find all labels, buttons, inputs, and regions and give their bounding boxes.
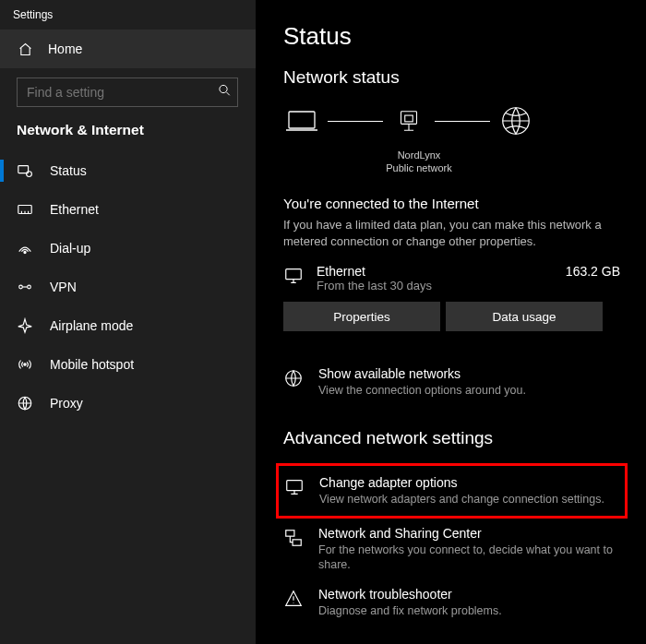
- button-row: Properties Data usage: [283, 302, 624, 331]
- sidebar-item-hotspot[interactable]: Mobile hotspot: [0, 345, 256, 384]
- ethernet-icon: [17, 201, 33, 218]
- vpn-icon: [17, 279, 33, 295]
- show-networks-link[interactable]: Show available networks View the connect…: [283, 359, 624, 405]
- link-desc: Diagnose and fix network problems.: [318, 603, 502, 618]
- adapter-name: NordLynx: [350, 149, 488, 161]
- link-title: Change adapter options: [319, 475, 604, 490]
- connected-title: You're connected to the Internet: [283, 196, 624, 211]
- connector-line: [435, 121, 490, 122]
- network-status-heading: Network status: [283, 67, 624, 88]
- link-desc: View the connection options around you.: [318, 383, 526, 398]
- nav-label: Proxy: [50, 396, 83, 411]
- connector-line: [328, 121, 383, 122]
- settings-window: Settings Home Network & Internet Status: [0, 0, 646, 644]
- nav-label: Ethernet: [50, 202, 99, 217]
- usage-amount: 163.2 GB: [566, 264, 624, 279]
- sidebar-item-ethernet[interactable]: Ethernet: [0, 190, 256, 229]
- svg-point-2: [27, 172, 32, 177]
- nav-label: VPN: [50, 280, 77, 294]
- sidebar-item-proxy[interactable]: Proxy: [0, 384, 256, 423]
- sidebar-item-vpn[interactable]: VPN: [0, 268, 256, 306]
- usage-period: From the last 30 days: [317, 279, 553, 292]
- network-diagram: [283, 102, 624, 139]
- window-title: Settings: [0, 0, 256, 30]
- advanced-heading: Advanced network settings: [283, 428, 624, 448]
- network-type: Public network: [350, 161, 488, 174]
- svg-point-5: [19, 285, 23, 289]
- nav-label: Mobile hotspot: [50, 357, 134, 372]
- sidebar-item-dialup[interactable]: Dial-up: [0, 229, 256, 268]
- diagram-caption: NordLynx Public network: [350, 149, 488, 175]
- troubleshooter-link[interactable]: Network troubleshooter Diagnose and fix …: [283, 579, 624, 626]
- sidebar-item-status[interactable]: Status: [0, 151, 256, 190]
- svg-point-7: [24, 364, 26, 365]
- svg-rect-9: [289, 112, 315, 128]
- sidebar: Settings Home Network & Internet Status: [0, 0, 256, 644]
- svg-rect-15: [287, 480, 303, 490]
- connected-desc: If you have a limited data plan, you can…: [283, 217, 624, 252]
- troubleshooter-icon: [283, 589, 304, 609]
- link-desc: For the networks you connect to, decide …: [318, 543, 624, 573]
- search-input[interactable]: [17, 78, 238, 107]
- sidebar-item-airplane[interactable]: Airplane mode: [0, 306, 256, 345]
- globe-small-icon: [283, 368, 304, 388]
- adapter-options-icon: [284, 477, 305, 497]
- adapter-icon: [390, 102, 427, 139]
- dialup-icon: [17, 240, 33, 256]
- usage-adapter: Ethernet: [317, 264, 553, 279]
- svg-rect-16: [286, 531, 294, 536]
- data-usage-button[interactable]: Data usage: [446, 302, 603, 331]
- search-icon: [218, 84, 232, 101]
- link-title: Show available networks: [318, 366, 526, 381]
- svg-rect-11: [405, 115, 413, 122]
- home-button[interactable]: Home: [0, 30, 256, 68]
- airplane-icon: [17, 317, 33, 334]
- search-container: [0, 68, 256, 118]
- link-title: Network and Sharing Center: [318, 526, 624, 541]
- category-heading: Network & Internet: [0, 118, 256, 151]
- nav-label: Dial-up: [50, 241, 90, 256]
- main-content: Status Network status NordLynx Public ne…: [256, 0, 646, 644]
- svg-point-4: [24, 251, 26, 253]
- computer-icon: [283, 102, 320, 139]
- proxy-icon: [17, 395, 33, 411]
- sharing-center-link[interactable]: Network and Sharing Center For the netwo…: [283, 519, 624, 580]
- properties-button[interactable]: Properties: [283, 302, 440, 331]
- usage-row: Ethernet From the last 30 days 163.2 GB: [283, 264, 624, 292]
- link-desc: View network adapters and change connect…: [319, 492, 604, 507]
- home-icon: [17, 41, 33, 57]
- svg-rect-13: [286, 269, 302, 280]
- svg-point-0: [220, 85, 227, 92]
- home-label: Home: [48, 42, 82, 56]
- page-title: Status: [283, 22, 624, 51]
- sharing-center-icon: [283, 528, 304, 548]
- globe-icon: [497, 102, 534, 139]
- nav-list: Status Ethernet Dial-up VPN: [0, 151, 256, 423]
- nav-label: Status: [50, 163, 87, 178]
- svg-point-6: [28, 285, 31, 289]
- hotspot-icon: [17, 356, 33, 373]
- change-adapter-options-link[interactable]: Change adapter options View network adap…: [276, 463, 628, 519]
- nav-label: Airplane mode: [50, 318, 133, 333]
- status-icon: [17, 162, 33, 179]
- link-title: Network troubleshooter: [318, 587, 502, 602]
- svg-rect-17: [293, 540, 301, 545]
- ethernet-usage-icon: [283, 266, 304, 286]
